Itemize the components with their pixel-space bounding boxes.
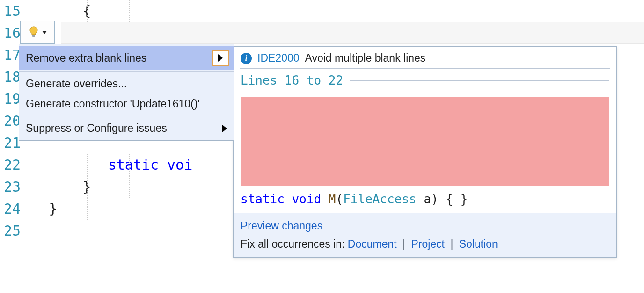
quick-actions-menu: Remove extra blank lines Generate overri… xyxy=(19,44,234,141)
fix-all-label: Fix all occurrences in: xyxy=(241,238,344,250)
preview-header: i IDE2000 Avoid multiple blank lines xyxy=(234,47,616,68)
line-number: 24 xyxy=(0,198,23,220)
code-text: } xyxy=(23,198,57,220)
code-text: static voi xyxy=(23,154,192,176)
fix-document-link[interactable]: Document xyxy=(348,238,397,250)
line-number: 15 xyxy=(0,0,23,22)
line-number: 25 xyxy=(0,220,23,242)
quick-actions-button[interactable] xyxy=(20,21,55,44)
preivew-changes-link[interactable]: Preview changes xyxy=(241,220,322,232)
fix-preview-panel: i IDE2000 Avoid multiple blank lines Lin… xyxy=(233,46,617,258)
line-number: 22 xyxy=(0,154,23,176)
menu-item-label: Generate constructor 'Update1610()' xyxy=(26,98,200,110)
diagnostic-code-link[interactable]: IDE2000 xyxy=(257,52,300,64)
code-line: 15 { xyxy=(0,0,644,22)
line-number: 23 xyxy=(0,176,23,198)
menu-item-generate-constructor[interactable]: Generate constructor 'Update1610()' xyxy=(19,94,234,114)
fix-solution-link[interactable]: Solution xyxy=(459,238,498,250)
diff-removed-block xyxy=(241,97,609,186)
submenu-indicator xyxy=(212,50,229,66)
menu-item-label: Suppress or Configure issues xyxy=(26,122,167,135)
code-text: } xyxy=(23,176,91,198)
preview-footer: Preview changes Fix all occurrences in: … xyxy=(234,213,616,257)
chevron-right-icon xyxy=(218,54,223,62)
diagnostic-title: Avoid multiple blank lines xyxy=(305,52,426,64)
chevron-down-icon xyxy=(42,31,47,34)
preview-range-label: Lines 16 to 22 xyxy=(241,73,609,87)
menu-item-label: Generate overrides... xyxy=(26,78,127,90)
lightbulb-icon xyxy=(28,26,39,39)
preview-code-line: static void M(FileAccess a) { } xyxy=(241,192,609,206)
preview-body: Lines 16 to 22 static void M(FileAccess … xyxy=(234,69,616,213)
menu-separator xyxy=(19,116,234,116)
chevron-right-icon xyxy=(222,125,227,132)
info-icon: i xyxy=(241,53,252,64)
current-line-highlight xyxy=(61,22,644,44)
menu-separator xyxy=(19,71,234,72)
menu-item-remove-blank-lines[interactable]: Remove extra blank lines xyxy=(19,46,234,70)
code-text: { xyxy=(23,0,91,22)
svg-rect-0 xyxy=(32,35,35,37)
fix-project-link[interactable]: Project xyxy=(411,238,445,250)
menu-item-generate-overrides[interactable]: Generate overrides... xyxy=(19,74,234,94)
menu-item-suppress-configure[interactable]: Suppress or Configure issues xyxy=(19,118,234,138)
separator: | xyxy=(450,238,453,250)
menu-item-label: Remove extra blank lines xyxy=(26,52,146,64)
separator: | xyxy=(402,238,405,250)
rule-line xyxy=(350,80,609,81)
